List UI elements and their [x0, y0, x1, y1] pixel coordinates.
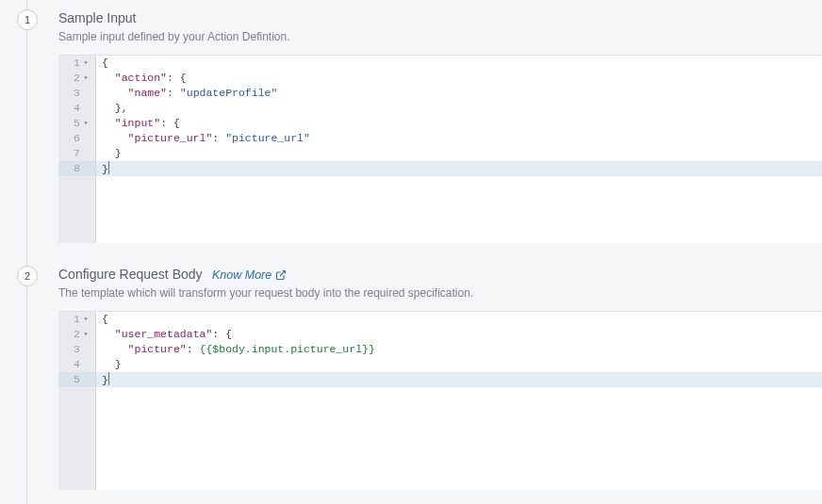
fold-toggle-icon[interactable]: ▾ [82, 71, 90, 86]
step-badge-1: 1 [17, 9, 38, 30]
step-2-title: Configure Request Body [58, 267, 203, 282]
gutter-line: 2▾ [58, 71, 91, 86]
code-line[interactable]: { [102, 312, 816, 327]
code-line[interactable]: "picture": {{$body.input.picture_url}} [102, 342, 816, 357]
step-1-title: Sample Input [58, 10, 137, 25]
gutter-line: 2▾ [58, 327, 91, 342]
know-more-link[interactable]: Know More [212, 268, 287, 282]
gutter-line: 1▾ [58, 312, 91, 327]
code-line[interactable]: "user_metadata": { [102, 327, 816, 342]
gutter-line: 7 [58, 146, 91, 161]
caret [108, 372, 109, 385]
editor-gutter: 1▾2▾345▾678 [58, 56, 96, 243]
gutter-line: 5 [58, 372, 95, 387]
code-line[interactable]: { [102, 56, 816, 71]
code-line[interactable]: } [102, 357, 816, 372]
editor-gutter: 1▾2▾345 [58, 312, 96, 490]
fold-toggle-icon[interactable]: ▾ [82, 327, 90, 342]
gutter-line: 4 [58, 101, 91, 116]
gutter-line: 3 [58, 342, 91, 357]
code-line[interactable]: "picture_url": "picture_url" [102, 131, 816, 146]
step-1-desc: Sample input defined by your Action Defi… [58, 30, 822, 43]
svg-line-0 [280, 271, 286, 277]
code-line[interactable]: } [96, 161, 822, 176]
step-1: 1 Sample Input Sample input defined by y… [0, 0, 822, 243]
code-line[interactable]: "name": "updateProfile" [102, 86, 816, 101]
step-badge-2: 2 [17, 266, 38, 286]
gutter-line: 4 [58, 357, 91, 372]
code-line[interactable]: "input": { [102, 116, 816, 131]
fold-toggle-icon[interactable]: ▾ [82, 312, 90, 327]
caret [108, 161, 109, 174]
editor-code[interactable]: { "action": { "name": "updateProfile" },… [96, 56, 822, 243]
code-line[interactable]: } [102, 146, 816, 161]
gutter-line: 3 [58, 86, 91, 101]
code-line[interactable]: "action": { [102, 71, 816, 86]
editor-sample-input[interactable]: 1▾2▾345▾678 { "action": { "name": "updat… [58, 55, 822, 243]
fold-toggle-icon[interactable]: ▾ [82, 116, 90, 131]
external-link-icon [275, 269, 287, 281]
fold-toggle-icon[interactable]: ▾ [82, 56, 90, 71]
step-2: 2 Configure Request Body Know More The t… [0, 256, 822, 490]
gutter-line: 1▾ [58, 56, 91, 71]
gutter-line: 8 [58, 161, 95, 176]
gutter-line: 6 [58, 131, 91, 146]
code-line[interactable]: }, [102, 101, 816, 116]
code-line[interactable]: } [96, 372, 822, 387]
editor-code[interactable]: { "user_metadata": { "picture": {{$body.… [96, 312, 822, 490]
step-2-desc: The template which will transform your r… [58, 286, 822, 300]
editor-request-body[interactable]: 1▾2▾345 { "user_metadata": { "picture": … [58, 311, 822, 490]
know-more-label: Know More [212, 268, 271, 282]
gutter-line: 5▾ [58, 116, 91, 131]
